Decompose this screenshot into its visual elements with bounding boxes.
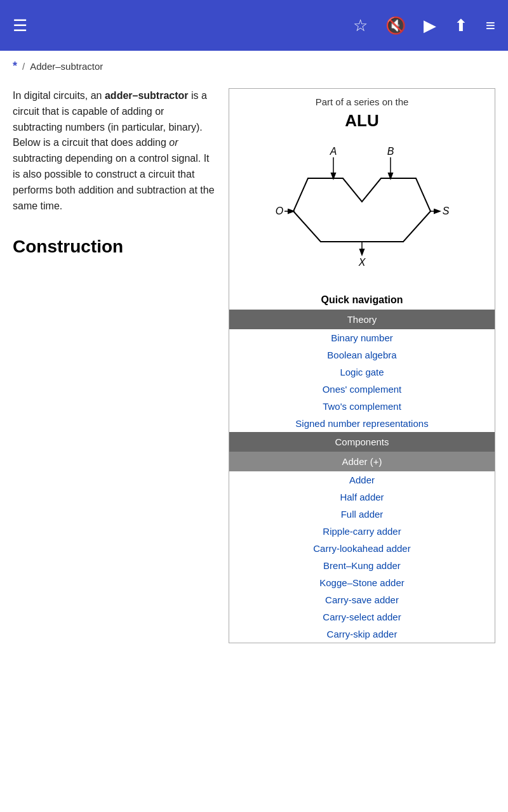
italic-or: or	[169, 137, 178, 148]
breadcrumb-page-title: Adder–subtractor	[30, 61, 103, 72]
nav-item[interactable]: Carry-lookahead adder	[229, 540, 495, 557]
nav-item[interactable]: Signed number representations	[229, 415, 495, 432]
infobox-title: ALU	[229, 110, 495, 137]
mute-icon[interactable]: 🔇	[385, 16, 406, 36]
intro-text: In digital circuits, an	[13, 90, 105, 101]
nav-item[interactable]: Adder	[229, 471, 495, 488]
bold-term: adder–subtractor	[105, 90, 189, 101]
breadcrumb-separator: /	[22, 61, 25, 72]
nav-item[interactable]: Boolean algebra	[229, 346, 495, 363]
nav-item[interactable]: Brent–Kung adder	[229, 557, 495, 574]
infobox-series-label: Part of a series on the	[229, 89, 495, 110]
svg-text:O: O	[276, 206, 283, 216]
construction-heading: Construction	[13, 233, 216, 260]
nav-sections: TheoryBinary numberBoolean algebraLogic …	[229, 310, 495, 643]
star-icon[interactable]: ☆	[353, 16, 368, 36]
play-icon[interactable]: ▶	[424, 16, 436, 36]
section-header: Theory	[229, 310, 495, 329]
breadcrumb: * / Adder–subtractor	[0, 51, 508, 82]
section-header: Components	[229, 432, 495, 452]
rest2-text: subtracting depending on a control signa…	[13, 153, 215, 211]
nav-item[interactable]: Binary number	[229, 329, 495, 346]
svg-text:A: A	[330, 146, 337, 157]
nav-item[interactable]: Ripple-carry adder	[229, 523, 495, 540]
svg-text:S: S	[443, 206, 450, 216]
breadcrumb-star[interactable]: *	[13, 60, 17, 73]
svg-text:X: X	[358, 257, 366, 268]
article-text: In digital circuits, an adder–subtractor…	[13, 88, 216, 643]
nav-item[interactable]: Carry-skip adder	[229, 625, 495, 643]
nav-item[interactable]: Two's complement	[229, 398, 495, 415]
nav-item[interactable]: Half adder	[229, 488, 495, 506]
svg-marker-4	[293, 178, 431, 242]
nav-item[interactable]: Ones' complement	[229, 381, 495, 398]
menu-icon[interactable]: ☰	[13, 16, 27, 36]
quick-nav-label: Quick navigation	[229, 289, 495, 310]
svg-text:B: B	[387, 146, 394, 157]
nav-item[interactable]: Carry-save adder	[229, 591, 495, 608]
section-subheader: Adder (+)	[229, 452, 495, 471]
share-icon[interactable]: ⬆	[454, 16, 468, 36]
nav-item[interactable]: Full adder	[229, 506, 495, 523]
top-navigation-bar: ☰ ☆ 🔇 ▶ ⬆ ≡	[0, 0, 508, 51]
alu-diagram: A B O	[229, 137, 495, 289]
more-icon[interactable]: ≡	[486, 16, 495, 36]
infobox: Part of a series on the ALU A B	[229, 88, 495, 643]
main-content: In digital circuits, an adder–subtractor…	[0, 82, 508, 650]
nav-item[interactable]: Kogge–Stone adder	[229, 574, 495, 591]
nav-item[interactable]: Carry-select adder	[229, 608, 495, 625]
nav-item[interactable]: Logic gate	[229, 363, 495, 381]
